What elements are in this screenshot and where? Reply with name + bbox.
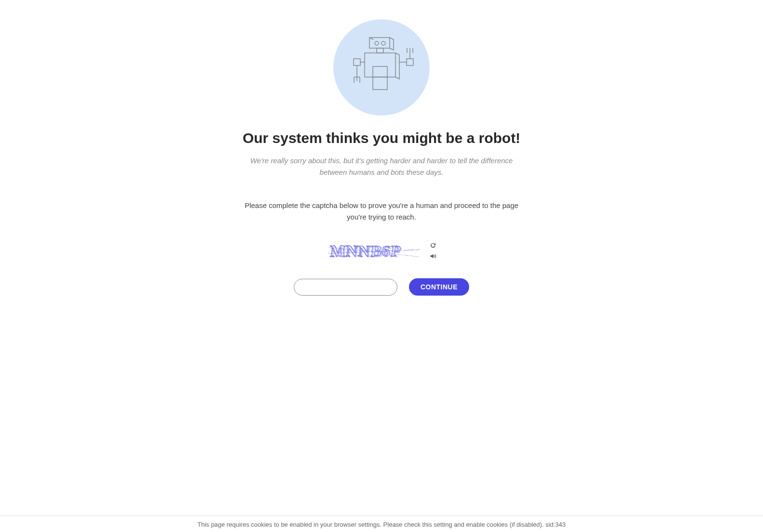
svg-rect-5 (365, 53, 395, 77)
svg-point-2 (375, 41, 379, 45)
svg-rect-8 (354, 59, 360, 65)
audio-icon[interactable] (430, 253, 436, 260)
captcha-row: MNNB6P MNNB6P (227, 240, 536, 261)
svg-point-3 (382, 41, 385, 45)
captcha-instruction: Please complete the captcha below to pro… (227, 200, 536, 223)
captcha-image: MNNB6P MNNB6P (327, 240, 423, 261)
robot-illustration (333, 19, 430, 116)
captcha-form: CONTINUE (227, 278, 536, 296)
robot-icon (343, 29, 420, 106)
continue-button[interactable]: CONTINUE (409, 278, 469, 296)
refresh-icon[interactable] (430, 242, 436, 249)
svg-rect-6 (373, 66, 387, 77)
page-title: Our system thinks you might be a robot! (227, 130, 536, 146)
main-container: Our system thinks you might be a robot! … (227, 0, 536, 296)
svg-rect-14 (407, 59, 413, 65)
captcha-controls (430, 242, 436, 260)
captcha-input[interactable] (294, 279, 397, 296)
footer-notice: This page requires cookies to be enabled… (0, 516, 763, 532)
page-subtitle: We're really sorry about this, but it's … (227, 155, 536, 178)
svg-rect-7 (373, 77, 387, 90)
svg-rect-4 (377, 48, 383, 53)
